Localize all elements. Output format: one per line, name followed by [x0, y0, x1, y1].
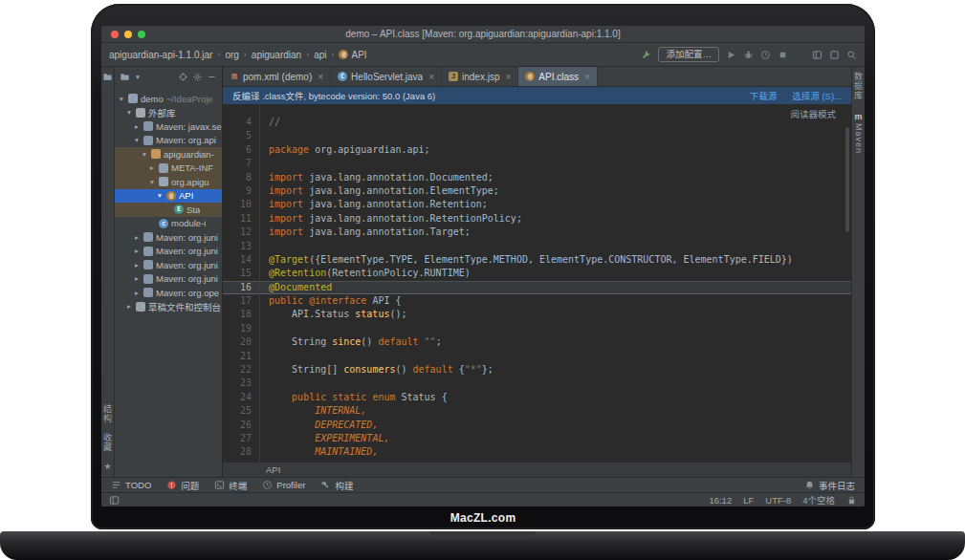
structure-toolwindow-button[interactable]: 结构: [101, 404, 114, 423]
project-tree-item[interactable]: ▾Maven: org.api: [115, 134, 222, 148]
close-tab-icon[interactable]: ×: [505, 72, 511, 82]
code-line[interactable]: 5: [223, 129, 851, 142]
code-line[interactable]: 23: [223, 377, 851, 390]
code-line[interactable]: 26 DEPRECATED,: [223, 419, 851, 432]
code-line[interactable]: 8import java.lang.annotation.Documented;: [223, 171, 851, 184]
code-line[interactable]: 7: [223, 157, 851, 170]
chevron-right-icon[interactable]: ▸: [125, 302, 133, 311]
code-line[interactable]: 12import java.lang.annotation.Target;: [223, 226, 851, 239]
chevron-right-icon[interactable]: ▸: [133, 122, 141, 131]
breadcrumb-item[interactable]: api: [314, 50, 326, 60]
maven-toolwindow-button[interactable]: m Maven: [854, 112, 864, 154]
chevron-down-icon[interactable]: ▾: [125, 108, 133, 117]
project-toolwindow-icon[interactable]: [102, 72, 113, 82]
search-icon[interactable]: [846, 50, 857, 60]
toolwindow-button-todo[interactable]: TODO: [111, 479, 151, 492]
chevron-right-icon[interactable]: ▸: [133, 247, 141, 255]
code-line[interactable]: 9import java.lang.annotation.ElementType…: [223, 184, 851, 198]
editor-scrollbar[interactable]: [845, 127, 849, 232]
download-sources-link[interactable]: 下载源: [750, 89, 778, 102]
code-line[interactable]: 22 String[] consumers() default {"*"};: [223, 363, 851, 377]
project-tree-item[interactable]: ▾@API: [115, 189, 222, 204]
toolwindow-button-build[interactable]: 构建: [320, 479, 353, 492]
file-encoding[interactable]: UTF-8: [765, 495, 791, 506]
toolwindow-button-event-log[interactable]: 事件日志: [804, 479, 855, 492]
code-line[interactable]: 20 String since() default "";: [223, 335, 851, 349]
bug-icon[interactable]: [743, 50, 754, 60]
project-tree-item[interactable]: ▾apiguardian-: [115, 147, 222, 162]
hide-panel-icon[interactable]: [207, 72, 217, 82]
locate-file-icon[interactable]: [178, 72, 188, 82]
code-line[interactable]: 17public @interface API {: [223, 294, 851, 308]
toolwindow-button-problems[interactable]: 问题: [166, 479, 199, 492]
code-line[interactable]: 25 INTERNAL,: [223, 404, 851, 418]
profiler-icon[interactable]: [760, 50, 771, 60]
gear-icon[interactable]: [192, 72, 203, 82]
chevron-down-icon[interactable]: ▾: [148, 178, 156, 186]
code-line[interactable]: 11import java.lang.annotation.RetentionP…: [223, 212, 851, 226]
code-line[interactable]: 13: [223, 240, 851, 253]
chevron-down-icon[interactable]: ▾: [156, 191, 164, 200]
chevron-down-icon[interactable]: ▾: [118, 95, 125, 103]
project-tree-item[interactable]: ▸Maven: org.juni: [115, 272, 222, 287]
box-icon[interactable]: [829, 50, 840, 60]
editor-tab[interactable]: CHelloServlet.java×: [331, 67, 442, 86]
line-separator[interactable]: LF: [743, 495, 754, 506]
code-line[interactable]: 28 MAINTAINED,: [223, 445, 851, 459]
breadcrumb-item[interactable]: @API: [339, 50, 366, 60]
stop-icon[interactable]: [778, 50, 788, 60]
zoom-window-button[interactable]: [138, 31, 145, 38]
play-icon[interactable]: [726, 50, 736, 60]
wrench-icon[interactable]: [641, 50, 651, 60]
caret-position[interactable]: 16:12: [709, 495, 732, 506]
breadcrumb-element[interactable]: API: [266, 464, 280, 475]
code-line[interactable]: 18 API.Status status();: [223, 308, 851, 321]
code-line[interactable]: 19: [223, 322, 851, 335]
close-window-button[interactable]: [111, 31, 119, 38]
project-view-selector-icon[interactable]: [120, 72, 130, 82]
choose-sources-link[interactable]: 选择源 (S)...: [792, 89, 842, 102]
chevron-right-icon[interactable]: ▸: [133, 274, 141, 283]
code-line[interactable]: 21: [223, 350, 851, 363]
project-tree-item[interactable]: ▸Maven: org.ope: [115, 286, 222, 300]
code-line[interactable]: 15@Retention(RetentionPolicy.RUNTIME): [223, 267, 851, 280]
code-line[interactable]: 16@Documented: [223, 281, 851, 294]
favorites-toolwindow-button[interactable]: 收藏: [101, 433, 114, 452]
database-toolwindow-button[interactable]: 数据库: [852, 72, 865, 100]
breadcrumb-item[interactable]: apiguardian: [252, 50, 301, 60]
star-icon[interactable]: ★: [103, 462, 111, 471]
project-tree-item[interactable]: ▾demo ~/IdeaProje: [115, 92, 222, 106]
toolwindow-button-terminal[interactable]: 终端: [214, 479, 247, 492]
breadcrumb-item[interactable]: org: [225, 50, 238, 60]
code-line[interactable]: 10import java.lang.annotation.Retention;: [223, 198, 851, 211]
toolwindow-button-profiler[interactable]: Profiler: [262, 479, 305, 492]
reader-mode-toggle[interactable]: 阅读器模式: [790, 107, 836, 120]
project-tree-item[interactable]: ▸草稿文件和控制台: [115, 300, 222, 314]
project-tree-item[interactable]: ▸Maven: org.juni: [115, 258, 222, 272]
project-tree-item[interactable]: cmodule-i: [115, 217, 222, 231]
chevron-right-icon[interactable]: ▸: [133, 233, 141, 242]
lock-icon[interactable]: [846, 495, 857, 506]
breadcrumb-item[interactable]: apiguardian-api-1.1.0.jar: [109, 50, 212, 60]
toolwindow-switcher-icon[interactable]: [109, 495, 120, 506]
editor-tab[interactable]: @API.class×: [518, 67, 598, 86]
project-tree-item[interactable]: ▸Maven: javax.se: [115, 119, 222, 134]
chevron-down-icon[interactable]: ▾: [134, 73, 142, 81]
project-tree-item[interactable]: ▸META-INF: [115, 162, 222, 176]
project-tree-item[interactable]: ESta: [115, 203, 222, 217]
close-tab-icon[interactable]: ×: [428, 72, 434, 82]
editor-tab[interactable]: mpom.xml (demo)×: [223, 67, 331, 86]
project-tree-item[interactable]: ▾外部库: [115, 106, 222, 120]
project-tree-item[interactable]: ▾org.apigu: [115, 175, 222, 189]
chevron-right-icon[interactable]: ▸: [133, 289, 141, 297]
code-line[interactable]: 14@Target({ElementType.TYPE, ElementType…: [223, 253, 851, 267]
project-tree-item[interactable]: ▸Maven: org.juni: [115, 245, 222, 259]
indent-setting[interactable]: 4个空格: [802, 493, 835, 506]
editor-tab[interactable]: Jindex.jsp×: [442, 67, 518, 86]
layout-icon[interactable]: [812, 50, 822, 60]
chevron-down-icon[interactable]: ▾: [141, 150, 148, 159]
chevron-right-icon[interactable]: ▸: [148, 163, 156, 172]
code-line[interactable]: 27 EXPERIMENTAL,: [223, 432, 851, 445]
add-configuration-button[interactable]: 添加配置…: [658, 47, 719, 62]
chevron-down-icon[interactable]: ▾: [133, 136, 141, 144]
